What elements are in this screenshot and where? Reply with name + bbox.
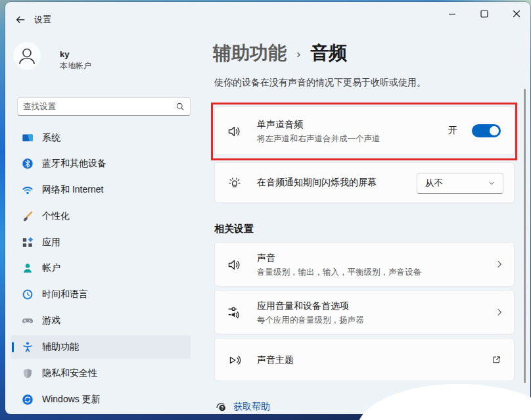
external-link-icon — [491, 354, 502, 365]
svg-text:?: ? — [221, 406, 223, 411]
sidebar-item-label: 个性化 — [42, 210, 70, 222]
speaker-icon — [227, 257, 242, 273]
flash-alert-icon — [227, 175, 242, 191]
sound-card-description: 音量级别，输出，输入，平衡级别，声音设备 — [257, 267, 421, 278]
sidebar-item-label: Windows 更新 — [42, 394, 101, 406]
sidebar-item-accessibility[interactable]: 辅助功能 — [11, 335, 191, 359]
maximize-icon — [480, 9, 489, 18]
breadcrumb-separator-icon: › — [296, 47, 300, 61]
sidebar-item-label: 时间和语言 — [42, 289, 88, 300]
scrollbar[interactable] — [524, 89, 526, 383]
sidebar-item-system[interactable]: 系统 — [11, 126, 191, 150]
page-subtitle: 使你的设备在没有声音的情况下更易于收听或使用。 — [214, 77, 426, 89]
user-name: ky — [60, 49, 69, 59]
bluetooth-icon — [22, 158, 34, 170]
sidebar-item-network[interactable]: 网络和 Internet — [11, 178, 191, 202]
sidebar-item-bluetooth[interactable]: 蓝牙和其他设备 — [11, 152, 191, 175]
display-icon — [22, 132, 34, 144]
accounts-icon — [22, 262, 34, 274]
sidebar-item-gaming[interactable]: 游戏 — [11, 309, 191, 333]
privacy-shield-icon — [22, 367, 34, 379]
flash-screen-label: 在音频通知期间闪烁我的屏幕 — [257, 177, 377, 189]
mono-audio-title: 单声道音频 — [257, 119, 381, 131]
dropdown-selected-value: 从不 — [425, 177, 487, 189]
avatar[interactable] — [13, 42, 41, 70]
sidebar-item-windows-update[interactable]: Windows 更新 — [11, 388, 191, 411]
selected-accent-bar — [12, 342, 14, 352]
back-arrow-icon — [14, 14, 26, 26]
chevron-right-icon — [494, 307, 505, 317]
sound-card-title: 声音 — [257, 252, 421, 264]
mono-audio-card: 单声道音频 将左声道和右声道合并成一个声道 开 — [214, 106, 515, 155]
toggle-state-label: 开 — [448, 125, 457, 137]
windows-update-icon — [22, 394, 34, 406]
flash-screen-dropdown[interactable]: 从不 — [417, 173, 503, 194]
close-icon — [512, 9, 521, 18]
get-help-link[interactable]: ? 获取帮助 — [214, 400, 270, 413]
sidebar-item-privacy[interactable]: 隐私和安全性 — [11, 362, 191, 385]
get-help-label: 获取帮助 — [233, 401, 270, 413]
chevron-down-icon — [487, 179, 496, 188]
close-button[interactable] — [501, 3, 531, 25]
person-icon — [13, 42, 41, 70]
related-settings-header: 相关设置 — [214, 223, 254, 235]
maximize-button[interactable] — [469, 3, 499, 25]
sidebar-item-accounts[interactable]: 帐户 — [11, 256, 191, 280]
sidebar-item-label: 应用 — [42, 237, 60, 248]
breadcrumb: 辅助功能 › 音频 — [213, 41, 347, 66]
sidebar-item-label: 辅助功能 — [42, 341, 79, 353]
help-headset-icon: ? — [214, 400, 228, 413]
personalization-icon — [22, 210, 34, 222]
sidebar-item-time-language[interactable]: 时间和语言 — [11, 283, 191, 306]
network-icon — [22, 184, 34, 196]
sound-theme-card[interactable]: 声音主题 — [214, 338, 515, 381]
mono-audio-toggle[interactable] — [472, 124, 501, 137]
minimize-icon — [448, 9, 457, 18]
app-volume-description: 每个应用的音量级别，扬声器 — [257, 315, 364, 326]
minimize-button[interactable] — [437, 3, 467, 25]
sidebar-item-label: 游戏 — [42, 315, 60, 327]
app-volume-title: 应用音量和设备首选项 — [257, 300, 364, 312]
search-box[interactable] — [17, 97, 191, 116]
sidebar-item-label: 蓝牙和其他设备 — [42, 158, 106, 170]
breadcrumb-parent[interactable]: 辅助功能 — [213, 41, 287, 66]
app-title: 设置 — [34, 14, 51, 26]
sound-theme-icon — [227, 352, 242, 368]
sidebar-item-label: 系统 — [42, 132, 60, 144]
time-language-icon — [22, 289, 34, 300]
gaming-icon — [22, 315, 34, 327]
sound-theme-title: 声音主题 — [257, 354, 294, 366]
back-button[interactable] — [12, 12, 29, 28]
apps-icon — [22, 237, 34, 248]
app-volume-card[interactable]: 应用音量和设备首选项 每个应用的音量级别，扬声器 — [214, 290, 515, 335]
sidebar-item-label: 网络和 Internet — [42, 184, 103, 196]
sidebar-item-personalization[interactable]: 个性化 — [11, 204, 191, 228]
speaker-icon — [227, 124, 242, 139]
volume-mixer-icon — [227, 304, 244, 321]
user-account-type: 本地帐户 — [60, 60, 91, 72]
toggle-knob — [490, 126, 499, 135]
page-title: 音频 — [310, 41, 347, 66]
search-icon — [173, 101, 187, 112]
desktop: 设置 ky 本地帐户 系统 蓝牙和其他设备 网络和 Internet 个性化 — [0, 0, 531, 420]
sound-card[interactable]: 声音 音量级别，输出，输入，平衡级别，声音设备 — [214, 242, 515, 287]
sidebar-item-apps[interactable]: 应用 — [11, 231, 191, 254]
mono-audio-description: 将左声道和右声道合并成一个声道 — [257, 133, 381, 145]
sidebar-item-label: 隐私和安全性 — [42, 367, 97, 379]
search-input[interactable] — [18, 102, 173, 111]
sidebar-item-label: 帐户 — [42, 262, 60, 274]
chevron-right-icon — [494, 259, 505, 269]
flash-screen-card: 在音频通知期间闪烁我的屏幕 从不 — [214, 162, 515, 203]
accessibility-icon — [22, 341, 34, 353]
